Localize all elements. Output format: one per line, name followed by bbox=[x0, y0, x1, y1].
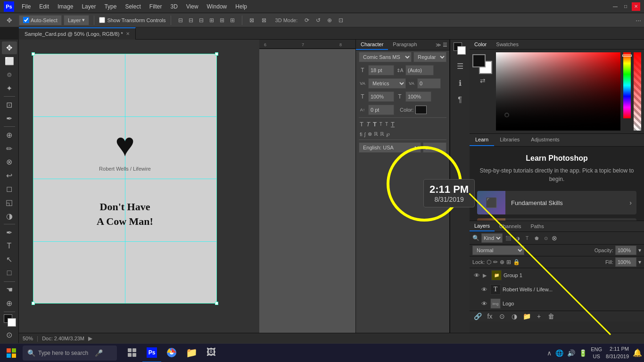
tab-learn[interactable]: Learn bbox=[470, 134, 494, 146]
tab-channels[interactable]: Channels bbox=[495, 222, 526, 231]
clone-stamp-tool[interactable]: ⊗ bbox=[2, 156, 17, 168]
menu-3d[interactable]: 3D bbox=[166, 2, 181, 11]
eyedropper-tool[interactable]: ✒ bbox=[2, 112, 17, 125]
lock-position-icon[interactable]: ⊕ bbox=[500, 259, 504, 265]
kind-pixel-icon[interactable]: ⬛ bbox=[504, 234, 512, 242]
distribute2-icon[interactable]: ⊠ bbox=[259, 16, 269, 25]
lock-artboard-icon[interactable]: ⊞ bbox=[506, 259, 511, 265]
hand-tool[interactable]: ☚ bbox=[2, 283, 17, 296]
history-brush-tool[interactable]: ↩ bbox=[2, 169, 17, 182]
tab-close-button[interactable]: ✕ bbox=[126, 31, 130, 36]
menu-type[interactable]: Type bbox=[100, 2, 120, 11]
auto-select-checkbox[interactable]: Auto-Select bbox=[19, 15, 62, 25]
layers-kind-select[interactable]: Kind bbox=[481, 233, 503, 243]
titling-icon[interactable]: ℝ bbox=[380, 131, 384, 137]
taskbar-app-taskview[interactable] bbox=[123, 344, 141, 362]
taskbar-search-box[interactable]: 🔍 Type here to search 🎤 bbox=[23, 346, 117, 361]
align-center-h-icon[interactable]: ⊞ bbox=[217, 16, 227, 25]
t-underline-icon[interactable]: T bbox=[391, 121, 395, 128]
kind-shape-icon[interactable]: ⬟ bbox=[533, 234, 540, 242]
info-icon[interactable]: ℹ bbox=[453, 75, 468, 90]
add-mask-icon[interactable]: ⊙ bbox=[497, 313, 507, 320]
t-italic-icon[interactable]: T bbox=[366, 121, 370, 128]
char-panel-menu[interactable]: ≫ ☰ bbox=[434, 40, 449, 50]
3d-icon-4[interactable]: ⊡ bbox=[336, 16, 346, 25]
color-spectrum[interactable] bbox=[623, 52, 631, 118]
minimize-button[interactable]: — bbox=[611, 2, 619, 11]
new-adjustment-icon[interactable]: ◑ bbox=[509, 313, 520, 320]
t-subscript-icon[interactable]: T bbox=[385, 122, 388, 127]
new-layer-icon[interactable]: + bbox=[534, 313, 544, 320]
text-color-swatch[interactable] bbox=[415, 106, 427, 114]
alpha-bar[interactable] bbox=[634, 52, 641, 131]
tab-character[interactable]: Character bbox=[356, 40, 388, 50]
tab-paths[interactable]: Paths bbox=[526, 222, 549, 231]
align-left-icon[interactable]: ⊟ bbox=[176, 16, 185, 25]
maximize-button[interactable]: □ bbox=[621, 2, 630, 11]
group1-visibility-toggle[interactable]: 👁 bbox=[472, 272, 481, 279]
t-regular-icon[interactable]: T bbox=[360, 121, 363, 128]
new-group-icon[interactable]: 📁 bbox=[521, 313, 532, 320]
menu-edit[interactable]: Edit bbox=[35, 2, 53, 11]
opacity-dropdown[interactable]: ▾ bbox=[638, 247, 641, 254]
link-layers-icon[interactable]: 🔗 bbox=[472, 313, 483, 320]
zoom-tool[interactable]: ⊕ bbox=[2, 297, 17, 310]
scale-h-input[interactable] bbox=[405, 91, 431, 102]
scale-v-input[interactable] bbox=[368, 91, 394, 102]
align-bottom-icon[interactable]: ⊞ bbox=[228, 16, 237, 25]
brush-tool[interactable]: ✏ bbox=[2, 142, 17, 155]
status-arrow[interactable]: ▶ bbox=[88, 335, 92, 342]
text-layer-visibility-toggle[interactable]: 👁 bbox=[480, 286, 488, 293]
pen-tool[interactable]: ✒ bbox=[2, 226, 17, 239]
add-style-icon[interactable]: fx bbox=[485, 313, 495, 320]
tab-paragraph[interactable]: Paragraph bbox=[388, 40, 421, 50]
lock-pixels-icon[interactable]: ✏ bbox=[493, 259, 498, 265]
menu-view[interactable]: View bbox=[182, 2, 202, 11]
oldstyle-icon[interactable]: ∫ bbox=[364, 132, 366, 137]
language-select[interactable]: English: USA bbox=[359, 142, 421, 153]
font-family-select[interactable]: Comic Sans MS bbox=[359, 52, 412, 62]
tab-swatches[interactable]: Swatches bbox=[491, 40, 523, 49]
tray-battery-icon[interactable]: 🔋 bbox=[579, 349, 587, 357]
t-superscript-icon[interactable]: T bbox=[380, 122, 382, 127]
taskbar-app-photoshop[interactable]: Ps bbox=[142, 344, 161, 362]
ligature-icon[interactable]: ﬁ bbox=[360, 132, 363, 137]
3d-icon-1[interactable]: ⟳ bbox=[302, 16, 312, 25]
layer-row-group1[interactable]: 👁 ▶ 📁 Group 1 bbox=[470, 268, 644, 282]
path-selection-tool[interactable]: ↖ bbox=[2, 253, 17, 266]
tray-network-icon[interactable]: 🌐 bbox=[555, 349, 563, 357]
menu-filter[interactable]: Filter bbox=[146, 2, 166, 11]
kind-smart-icon[interactable]: ⊙ bbox=[542, 234, 550, 242]
marquee-tool[interactable]: ⬜ bbox=[2, 55, 17, 68]
taskbar-app-chrome[interactable] bbox=[162, 344, 181, 362]
baseline-input[interactable] bbox=[368, 105, 394, 115]
font-size-input[interactable] bbox=[368, 65, 394, 75]
menu-select[interactable]: Select bbox=[121, 2, 144, 11]
more-options-button[interactable]: ··· bbox=[636, 16, 641, 24]
tab-color[interactable]: Color bbox=[470, 40, 491, 49]
swash-icon[interactable]: ℝ bbox=[374, 131, 378, 137]
gradient-tool[interactable]: ◱ bbox=[2, 196, 17, 209]
type-tool[interactable]: T bbox=[2, 240, 17, 253]
fill-input[interactable] bbox=[615, 257, 636, 267]
font-style-select[interactable]: Regular bbox=[413, 52, 446, 62]
close-button[interactable]: ✕ bbox=[632, 2, 640, 11]
contextual-icon[interactable]: ℘ bbox=[386, 131, 390, 137]
align-top-icon[interactable]: ⊞ bbox=[207, 16, 216, 25]
layer-row-text[interactable]: 👁 T Robert Wells / Lifew... bbox=[470, 282, 644, 296]
layer-row-logo[interactable]: 👁 img Logo bbox=[470, 296, 644, 311]
kind-adjust-icon[interactable]: ◑ bbox=[514, 234, 521, 242]
menu-image[interactable]: Image bbox=[54, 2, 77, 11]
anti-alias-select[interactable] bbox=[423, 142, 446, 153]
3d-icon-2[interactable]: ↺ bbox=[314, 16, 323, 25]
magic-wand-tool[interactable]: ✦ bbox=[2, 82, 17, 95]
align-right-icon[interactable]: ⊟ bbox=[197, 16, 206, 25]
ordinal-icon[interactable]: ⊗ bbox=[368, 131, 372, 137]
layer-select[interactable]: Layer ▾ bbox=[64, 15, 90, 25]
swap-colors-icon[interactable]: ⇄ bbox=[480, 77, 486, 84]
taskbar-mic-icon[interactable]: 🎤 bbox=[95, 349, 103, 357]
tab-layers[interactable]: Layers bbox=[470, 221, 495, 231]
canvas-container[interactable]: ♥ Robert Wells / Lifewire Don't Have A C… bbox=[33, 54, 217, 304]
group1-expand-arrow[interactable]: ▶ bbox=[483, 272, 489, 279]
lock-all-icon[interactable]: 🔒 bbox=[513, 259, 520, 265]
